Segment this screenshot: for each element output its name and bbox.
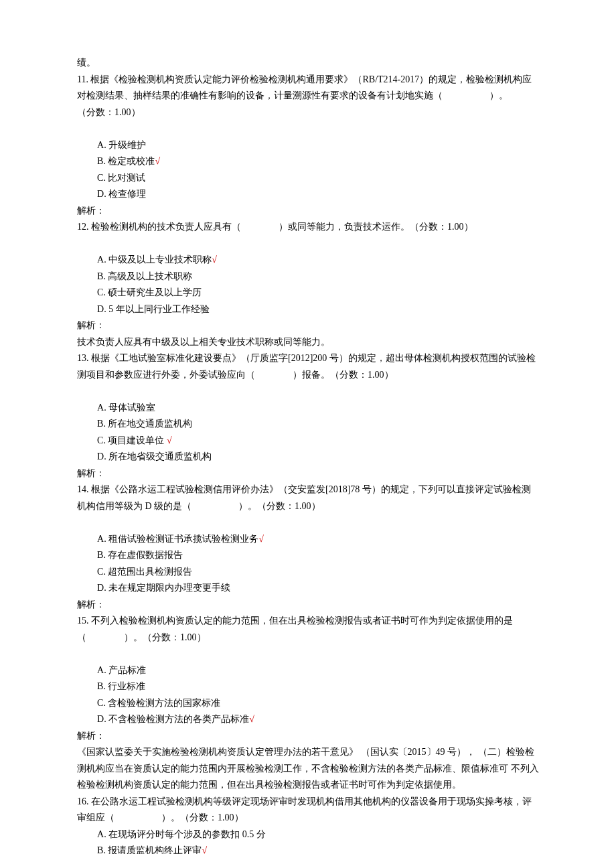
- leading-fragment: 绩。: [77, 55, 539, 72]
- q11-option-c: C. 比对测试: [77, 170, 539, 187]
- document-page: 绩。 11. 根据《检验检测机构资质认定能力评价检验检测机构通用要求》（RB/T…: [0, 0, 616, 854]
- q12-analysis: 解析：: [77, 317, 539, 334]
- option-text: A. 租借试验检测证书承揽试验检测业务: [97, 534, 258, 544]
- q15-analysis: 解析：: [77, 728, 539, 745]
- q13-option-c: C. 项目建设单位 √: [77, 433, 539, 449]
- q12-option-b: B. 高级及以上技术职称: [77, 269, 539, 285]
- option-text: A. 中级及以上专业技术职称: [97, 255, 212, 265]
- q14-analysis: 解析：: [77, 597, 539, 614]
- q16-option-a: A. 在现场评分时每个涉及的参数扣 0.5 分: [77, 827, 539, 843]
- q11-option-d: D. 检查修理: [77, 186, 539, 203]
- q14-option-c: C. 超范围出具检测报告: [77, 564, 539, 581]
- q12-option-c: C. 硕士研究生及以上学历: [77, 285, 539, 301]
- q11-stem: 11. 根据《检验检测机构资质认定能力评价检验检测机构通用要求》（RB/T214…: [77, 72, 539, 104]
- option-text: C. 项目建设单位: [97, 435, 167, 445]
- spacer: [77, 646, 539, 662]
- spacer: [77, 236, 539, 253]
- correct-mark-icon: √: [167, 435, 172, 445]
- correct-mark-icon: √: [202, 845, 207, 854]
- q12-option-a: A. 中级及以上专业技术职称√: [77, 252, 539, 269]
- q13-analysis: 解析：: [77, 466, 539, 482]
- q15-stem-2: （ ）。（分数：1.00）: [77, 630, 539, 646]
- q13-option-a: A. 母体试验室: [77, 400, 539, 417]
- correct-mark-icon: √: [249, 714, 254, 724]
- q11-analysis: 解析：: [77, 203, 539, 220]
- q15-option-b: B. 行业标准: [77, 679, 539, 695]
- q16-option-b: B. 报请质监机构终止评审√: [77, 843, 539, 854]
- spacer: [77, 514, 539, 531]
- q15-option-c: C. 含检验检测方法的国家标准: [77, 695, 539, 712]
- correct-mark-icon: √: [258, 534, 264, 544]
- q14-stem: 14. 根据《公路水运工程试验检测信用评价办法》（交安监发[2018]78 号）…: [77, 482, 539, 514]
- correct-mark-icon: √: [212, 255, 217, 265]
- correct-mark-icon: √: [155, 156, 160, 166]
- q13-option-b: B. 所在地交通质监机构: [77, 416, 539, 433]
- q11-score: （分数：1.00）: [77, 104, 539, 121]
- q15-stem-1: 15. 不列入检验检测机构资质认定的能力范围，但在出具检验检测报告或者证书时可作…: [77, 613, 539, 630]
- q11-option-a: A. 升级维护: [77, 137, 539, 154]
- q14-option-d: D. 未在规定期限内办理变更手续: [77, 580, 539, 597]
- q15-option-a: A. 产品标准: [77, 662, 539, 679]
- q16-stem: 16. 在公路水运工程试验检测机构等级评定现场评审时发现机构借用其他机构的仪器设…: [77, 794, 539, 827]
- q15-explanation: 《国家认监委关于实施检验检测机构资质认定管理办法的若干意见》 （国认实〔2015…: [77, 744, 539, 794]
- option-text: B. 检定或校准: [97, 156, 155, 166]
- q13-option-d: D. 所在地省级交通质监机构: [77, 449, 539, 466]
- q12-option-d: D. 5 年以上同行业工作经验: [77, 301, 539, 318]
- q14-option-a: A. 租借试验检测证书承揽试验检测业务√: [77, 531, 539, 548]
- spacer: [77, 121, 539, 137]
- q12-stem: 12. 检验检测机构的技术负责人应具有（ ）或同等能力，负责技术运作。（分数：1…: [77, 219, 539, 236]
- q12-explanation: 技术负责人应具有中级及以上相关专业技术职称或同等能力。: [77, 334, 539, 351]
- q13-stem: 13. 根据《工地试验室标准化建设要点》（厅质监字[2012]200 号）的规定…: [77, 350, 539, 383]
- q11-option-b: B. 检定或校准√: [77, 153, 539, 170]
- spacer: [77, 383, 539, 400]
- q14-option-b: B. 存在虚假数据报告: [77, 547, 539, 564]
- q15-option-d: D. 不含检验检测方法的各类产品标准√: [77, 711, 539, 728]
- option-text: B. 报请质监机构终止评审: [97, 845, 202, 854]
- option-text: D. 不含检验检测方法的各类产品标准: [97, 714, 249, 724]
